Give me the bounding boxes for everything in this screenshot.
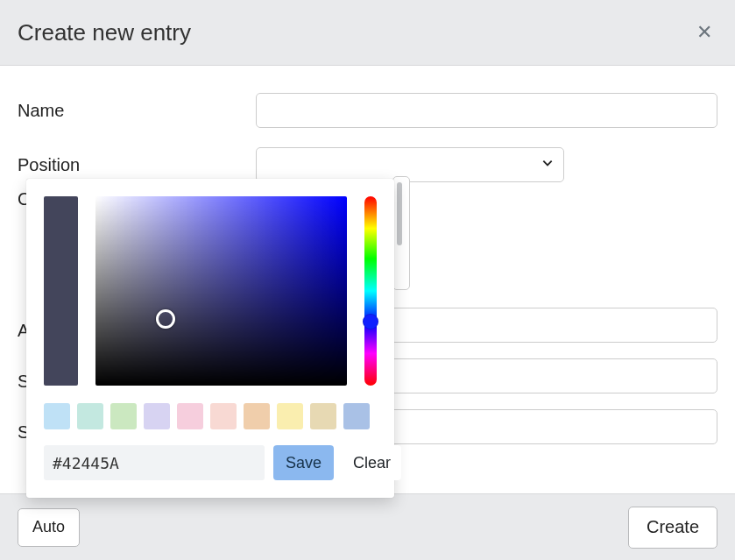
- preset-swatch-7[interactable]: [277, 403, 303, 429]
- position-select[interactable]: [256, 147, 564, 182]
- dialog: Create new entry ✕ Name Position C A S S: [0, 0, 735, 560]
- picker-controls: Save Clear: [44, 445, 377, 480]
- position-select-wrap: [256, 147, 564, 182]
- preset-swatch-8[interactable]: [310, 403, 336, 429]
- preset-swatch-4[interactable]: [177, 403, 203, 429]
- preset-swatch-6[interactable]: [244, 403, 270, 429]
- color-picker-top: [44, 196, 377, 386]
- hue-slider-thumb[interactable]: [363, 314, 378, 330]
- hex-input[interactable]: [44, 445, 265, 480]
- name-input[interactable]: [256, 93, 717, 128]
- saturation-value-area[interactable]: [95, 196, 348, 386]
- name-label: Name: [18, 101, 256, 121]
- preset-swatch-0[interactable]: [44, 403, 70, 429]
- preset-swatch-3[interactable]: [144, 403, 170, 429]
- close-button[interactable]: ✕: [691, 22, 717, 43]
- preset-swatch-9[interactable]: [343, 403, 370, 429]
- preset-swatch-2[interactable]: [110, 403, 137, 429]
- vertical-scrollbar[interactable]: [397, 182, 402, 245]
- color-preview-swatch: [44, 196, 78, 386]
- dialog-footer: Auto Create: [0, 493, 735, 560]
- dialog-title: Create new entry: [18, 19, 191, 46]
- close-icon: ✕: [696, 21, 712, 43]
- create-button[interactable]: Create: [628, 507, 717, 549]
- dialog-header: Create new entry ✕: [0, 0, 735, 66]
- hue-slider[interactable]: [364, 196, 377, 386]
- preset-swatches: [44, 403, 377, 429]
- auto-button[interactable]: Auto: [18, 508, 80, 547]
- sv-cursor[interactable]: [156, 309, 175, 329]
- preset-swatch-1[interactable]: [77, 403, 103, 429]
- form-row-name: Name: [18, 93, 717, 128]
- position-label: Position: [18, 155, 256, 175]
- picker-save-button[interactable]: Save: [273, 445, 334, 480]
- color-picker-popover: Save Clear: [26, 179, 394, 498]
- picker-clear-button[interactable]: Clear: [343, 445, 401, 480]
- form-row-position: Position: [18, 147, 717, 182]
- preset-swatch-5[interactable]: [210, 403, 237, 429]
